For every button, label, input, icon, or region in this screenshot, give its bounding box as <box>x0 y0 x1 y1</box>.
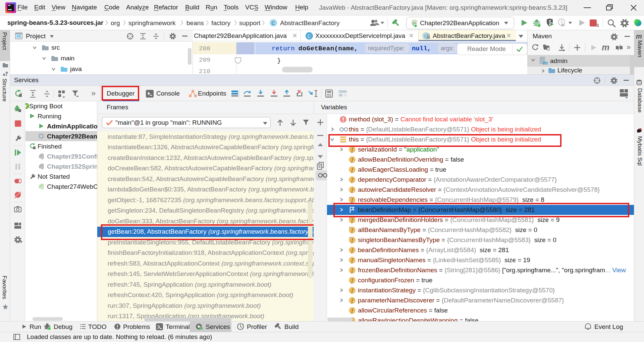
svg-text:m: m <box>543 60 548 65</box>
svg-text:C: C <box>272 20 275 26</box>
svg-text:C: C <box>308 33 311 39</box>
